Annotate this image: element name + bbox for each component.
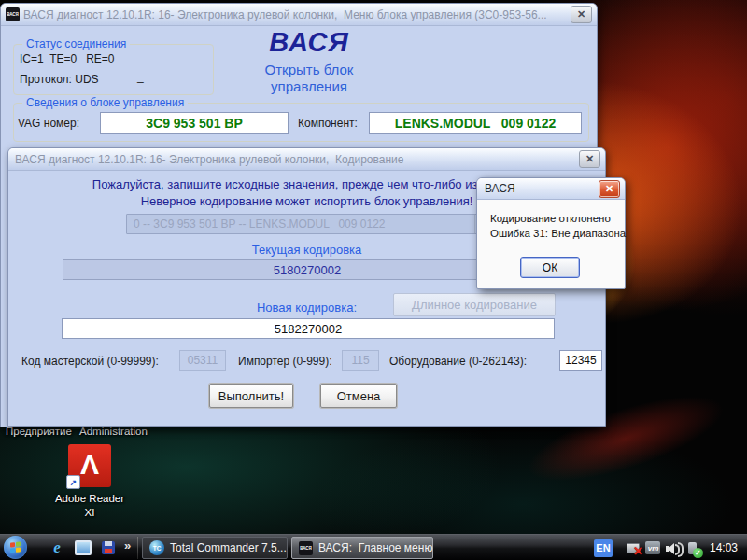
main-window-titlebar[interactable]: ВАСЯ ВАСЯ диагност 12.10.1R: 16- Электро…: [1, 4, 597, 26]
taskbar-button-label: ВАСЯ: Главное меню: [318, 541, 432, 554]
importer-label: Импортер (0-999):: [238, 355, 332, 368]
network-disconnected-icon[interactable]: ✕: [626, 540, 641, 556]
workshop-code-field: 05311: [179, 350, 226, 371]
equipment-input[interactable]: 12345: [559, 350, 602, 371]
equipment-label: Оборудование (0-262143):: [389, 355, 527, 368]
controller-info-label: Сведения о блоке управления: [22, 96, 188, 109]
coding-window-title: ВАСЯ диагност 12.10.1R: 16- Электроника …: [15, 153, 579, 166]
network-x-glyph: ✕: [633, 544, 643, 558]
connection-status-group: Статус соединения IC=1 TE=0 RE=0 Протоко…: [13, 44, 214, 95]
cancel-button[interactable]: Отмена: [320, 384, 397, 408]
shortcut-arrow-icon: ↗: [66, 475, 80, 489]
adobe-glyph: Λ: [80, 451, 99, 479]
adobe-reader-icon[interactable]: Λ ↗: [68, 444, 111, 487]
coding-window-close-icon[interactable]: ✕: [579, 150, 600, 168]
do-it-button[interactable]: Выполнить!: [209, 384, 293, 408]
volume-icon[interactable]: [665, 540, 681, 556]
vag-number-field: 3C9 953 501 BP: [100, 112, 289, 134]
taskbar-separator: [137, 537, 138, 559]
app-icon: ВАСЯ: [6, 7, 20, 21]
component-field: LENKS.MODUL 009 0122: [369, 112, 582, 134]
module-select: 0 -- 3C9 953 501 BP -- LENKS.MODUL 009 0…: [126, 214, 492, 234]
long-coding-button[interactable]: Длинное кодирование: [393, 293, 556, 316]
taskbar: e » TC Total Commander 7.5... ВАСЯ ВАСЯ:…: [0, 534, 747, 560]
component-value: LENKS.MODUL 009 0122: [395, 116, 556, 131]
speaker-wave: [678, 542, 684, 557]
adobe-reader-label-2: XI: [37, 507, 142, 518]
adobe-reader-label: Adobe Reader: [37, 493, 142, 504]
speaker-cone: [668, 543, 674, 554]
vm-badge-glyph: vm: [645, 541, 660, 554]
display-icon: [75, 540, 92, 555]
vasya-logo: ВАСЯ: [225, 27, 393, 58]
error-message-line1: Кодирование отклонено: [490, 213, 611, 224]
equipment-value: 12345: [565, 354, 596, 367]
error-dialog-title: ВАСЯ: [485, 182, 599, 195]
ie-e-glyph: e: [53, 539, 61, 557]
vmware-tray-icon[interactable]: vm: [645, 540, 661, 556]
controller-info-group: Сведения о блоке управления VAG номер: 3…: [13, 103, 589, 142]
quicklaunch-overflow-chevron[interactable]: »: [124, 539, 131, 553]
main-window-close-icon[interactable]: ✕: [571, 6, 592, 23]
coding-window-titlebar[interactable]: ВАСЯ диагност 12.10.1R: 16- Электроника …: [8, 148, 605, 171]
system-tray: EN ✕ vm ✓ 14:03: [594, 535, 747, 560]
quicklaunch-ie-icon[interactable]: e: [49, 539, 65, 556]
language-indicator[interactable]: EN: [594, 539, 613, 557]
status-counters: IC=1 TE=0 RE=0: [20, 52, 115, 65]
module-select-value: 0 -- 3C9 953 501 BP -- LENKS.MODUL 009 0…: [134, 217, 385, 231]
total-commander-icon: TC: [149, 540, 164, 555]
vag-number-label: VAG номер:: [18, 117, 79, 130]
taskbar-button-total-commander[interactable]: TC Total Commander 7.5...: [142, 537, 288, 559]
connection-status-label: Статус соединения: [22, 37, 130, 50]
ok-button[interactable]: ОК: [520, 257, 580, 278]
error-dialog-titlebar[interactable]: ВАСЯ ✕: [477, 178, 625, 200]
main-window-title: ВАСЯ диагност 12.10.1R: 16- Электроника …: [23, 8, 571, 21]
floppy-icon: [102, 541, 115, 554]
new-coding-value: 5182270002: [275, 322, 342, 336]
taskbar-button-vasya[interactable]: ВАСЯ ВАСЯ: Главное меню: [291, 537, 433, 559]
quicklaunch-save-icon[interactable]: [100, 539, 117, 556]
error-dialog-close-icon[interactable]: ✕: [599, 180, 620, 198]
usb-safely-remove-icon[interactable]: ✓: [684, 540, 700, 556]
quicklaunch-show-desktop-icon[interactable]: [75, 539, 92, 556]
new-coding-input[interactable]: 5182270002: [62, 318, 555, 339]
current-coding-value: 5180270002: [274, 263, 341, 277]
workshop-code-value: 05311: [188, 354, 218, 367]
taskbar-button-label: Total Commander 7.5...: [170, 541, 287, 554]
error-message-line2: Ошибка 31: Вне диапазона: [490, 228, 626, 239]
protocol-dash: _: [137, 70, 144, 83]
component-label: Компонент:: [298, 117, 358, 130]
clock[interactable]: 14:03: [710, 541, 738, 554]
workshop-code-label: Код мастерской (0-99999):: [21, 355, 159, 368]
vasya-icon: ВАСЯ: [299, 541, 313, 555]
error-dialog: ВАСЯ ✕ Кодирование отклонено Ошибка 31: …: [476, 177, 626, 289]
importer-field: 115: [342, 350, 379, 371]
usb-check-glyph: ✓: [693, 548, 703, 558]
protocol-text: Протокол: UDS: [20, 73, 99, 86]
start-button[interactable]: [4, 536, 27, 559]
importer-value: 115: [351, 354, 369, 367]
windows-logo-icon: [10, 541, 21, 553]
open-controller-text: Открыть блок управления: [230, 62, 388, 95]
vag-number-value: 3C9 953 501 BP: [146, 116, 243, 131]
desktop: Предприятие Administration Λ ↗ Adobe Rea…: [0, 0, 747, 560]
